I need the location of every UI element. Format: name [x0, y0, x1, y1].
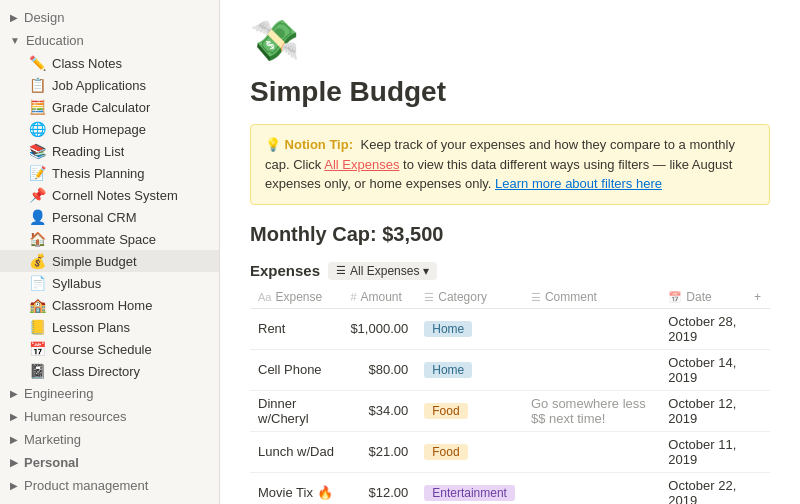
sidebar-item-simple-budget[interactable]: 💰Simple Budget	[0, 250, 219, 272]
item-icon: 📓	[28, 363, 46, 379]
row-add	[746, 390, 770, 431]
sidebar-group-engineering[interactable]: ▶ Engineering	[0, 382, 219, 405]
chevron-right-icon: ▶	[10, 12, 18, 23]
fire-icon: 🔥	[317, 485, 333, 500]
expense-amount: $80.00	[342, 349, 416, 390]
table-row[interactable]: Lunch w/Dad $21.00 Food October 11, 2019	[250, 431, 770, 472]
sidebar-item-label: Cornell Notes System	[52, 188, 178, 203]
item-icon: 💰	[28, 253, 46, 269]
sidebar-section-education: ▼ Education ✏️Class Notes📋Job Applicatio…	[0, 29, 219, 382]
sidebar-item-label: Classroom Home	[52, 298, 152, 313]
expense-category: Food	[416, 390, 523, 431]
expense-date: October 12, 2019	[660, 390, 746, 431]
main-content: 💸 Simple Budget 💡 Notion Tip: Keep track…	[220, 0, 800, 504]
sidebar-item-classroom-home[interactable]: 🏫Classroom Home	[0, 294, 219, 316]
col-date: 📅Date	[660, 286, 746, 309]
sidebar-item-course-schedule[interactable]: 📅Course Schedule	[0, 338, 219, 360]
add-column-button[interactable]: +	[746, 286, 770, 309]
sidebar-item-label: Job Applications	[52, 78, 146, 93]
page-icon: 💸	[250, 20, 298, 68]
col-expense: AaExpense	[250, 286, 342, 309]
item-icon: 🏠	[28, 231, 46, 247]
sidebar-group-education[interactable]: ▼ Education	[0, 29, 219, 52]
expense-name: Cell Phone	[250, 349, 342, 390]
table-row[interactable]: Rent $1,000.00 Home October 28, 2019	[250, 308, 770, 349]
sidebar: ▶ Design ▼ Education ✏️Class Notes📋Job A…	[0, 0, 220, 504]
sidebar-group-label: Design	[24, 10, 64, 25]
sidebar-item-grade-calculator[interactable]: 🧮Grade Calculator	[0, 96, 219, 118]
sidebar-item-thesis-planning[interactable]: 📝Thesis Planning	[0, 162, 219, 184]
item-icon: 📌	[28, 187, 46, 203]
sidebar-group-product[interactable]: ▶ Product management	[0, 474, 219, 497]
sidebar-item-label: Simple Budget	[52, 254, 137, 269]
table-row[interactable]: Dinner w/Cheryl $34.00 Food Go somewhere…	[250, 390, 770, 431]
sidebar-group-label: Personal	[24, 455, 79, 470]
sidebar-group-sales[interactable]: ▶ Sales	[0, 497, 219, 504]
tip-link[interactable]: All Expenses	[324, 157, 399, 172]
item-icon: ✏️	[28, 55, 46, 71]
sidebar-item-label: Syllabus	[52, 276, 101, 291]
sidebar-group-personal[interactable]: ▶ Personal	[0, 451, 219, 474]
row-add	[746, 308, 770, 349]
expenses-table: AaExpense #Amount ☰Category ☰Comment 📅Da…	[250, 286, 770, 505]
sidebar-section-sales: ▶ Sales	[0, 497, 219, 504]
col-amount: #Amount	[342, 286, 416, 309]
sidebar-item-label: Lesson Plans	[52, 320, 130, 335]
sidebar-section-design: ▶ Design	[0, 6, 219, 29]
sidebar-item-club-homepage[interactable]: 🌐Club Homepage	[0, 118, 219, 140]
expenses-title: Expenses	[250, 262, 320, 279]
sidebar-group-label: Marketing	[24, 432, 81, 447]
table-row[interactable]: Cell Phone $80.00 Home October 14, 2019	[250, 349, 770, 390]
expense-amount: $1,000.00	[342, 308, 416, 349]
row-add	[746, 349, 770, 390]
sidebar-group-hr[interactable]: ▶ Human resources	[0, 405, 219, 428]
expense-comment: Go somewhere less $$ next time!	[523, 390, 660, 431]
sidebar-item-cornell-notes-system[interactable]: 📌Cornell Notes System	[0, 184, 219, 206]
chevron-right-icon: ▶	[10, 480, 18, 491]
filter-label: All Expenses	[350, 264, 419, 278]
col-category: ☰Category	[416, 286, 523, 309]
row-add	[746, 431, 770, 472]
sidebar-item-label: Course Schedule	[52, 342, 152, 357]
sidebar-item-class-directory[interactable]: 📓Class Directory	[0, 360, 219, 382]
monthly-cap: Monthly Cap: $3,500	[250, 223, 770, 246]
item-icon: 📄	[28, 275, 46, 291]
sidebar-group-marketing[interactable]: ▶ Marketing	[0, 428, 219, 451]
sidebar-item-lesson-plans[interactable]: 📒Lesson Plans	[0, 316, 219, 338]
item-icon: 📝	[28, 165, 46, 181]
expense-name: Lunch w/Dad	[250, 431, 342, 472]
chevron-right-icon: ▶	[10, 434, 18, 445]
sidebar-group-label: Education	[26, 33, 84, 48]
sidebar-item-class-notes[interactable]: ✏️Class Notes	[0, 52, 219, 74]
filter-icon: ☰	[336, 264, 346, 277]
sidebar-item-label: Personal CRM	[52, 210, 137, 225]
item-icon: 📒	[28, 319, 46, 335]
expense-date: October 14, 2019	[660, 349, 746, 390]
sidebar-item-label: Reading List	[52, 144, 124, 159]
expense-comment	[523, 349, 660, 390]
expenses-header: Expenses ☰ All Expenses ▾	[250, 262, 770, 280]
sidebar-item-reading-list[interactable]: 📚Reading List	[0, 140, 219, 162]
expense-comment	[523, 308, 660, 349]
table-row[interactable]: Movie Tix🔥 $12.00 Entertainment October …	[250, 472, 770, 504]
sidebar-section-product: ▶ Product management	[0, 474, 219, 497]
sidebar-item-syllabus[interactable]: 📄Syllabus	[0, 272, 219, 294]
col-comment: ☰Comment	[523, 286, 660, 309]
item-icon: 🏫	[28, 297, 46, 313]
row-add	[746, 472, 770, 504]
sidebar-item-job-applications[interactable]: 📋Job Applications	[0, 74, 219, 96]
expense-date: October 22, 2019	[660, 472, 746, 504]
expense-comment	[523, 431, 660, 472]
page-title: Simple Budget	[250, 76, 770, 108]
sidebar-item-personal-crm[interactable]: 👤Personal CRM	[0, 206, 219, 228]
expense-comment	[523, 472, 660, 504]
expense-amount: $34.00	[342, 390, 416, 431]
item-icon: 📅	[28, 341, 46, 357]
filter-dropdown[interactable]: ☰ All Expenses ▾	[328, 262, 437, 280]
sidebar-group-design[interactable]: ▶ Design	[0, 6, 219, 29]
sidebar-item-roommate-space[interactable]: 🏠Roommate Space	[0, 228, 219, 250]
item-icon: 📋	[28, 77, 46, 93]
sidebar-group-label: Product management	[24, 478, 148, 493]
learn-more-link[interactable]: Learn more about filters here	[495, 176, 662, 191]
chevron-down-icon: ▾	[423, 264, 429, 278]
